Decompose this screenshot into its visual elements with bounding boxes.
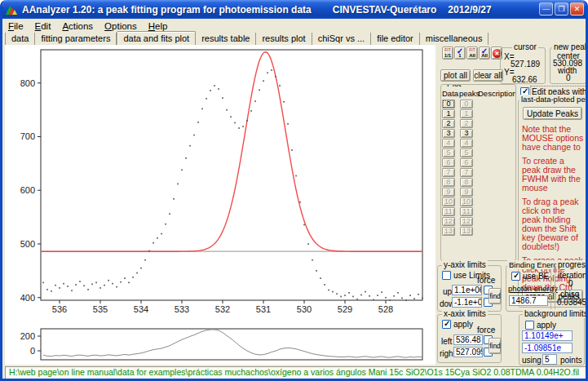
menu-help[interactable]: Help xyxy=(143,20,174,32)
plot-peaks-button-9[interactable]: 9 xyxy=(460,188,473,197)
window-title: AAnalyzer 1.20: a peak fitting program f… xyxy=(22,4,312,16)
background-points-field[interactable]: 5 xyxy=(542,354,557,365)
binding-energy-group: Binding Energy use BE photon energy 1486… xyxy=(506,265,551,312)
status-bar: H:\web page\on line manual\data for exam… xyxy=(5,366,588,380)
plot-peaks-button-5[interactable]: 5 xyxy=(460,148,473,157)
fit-1-1-button[interactable]: FIT1/1 xyxy=(442,47,453,60)
minimize-icon[interactable]: — xyxy=(539,2,553,16)
tab-results-table[interactable]: results table xyxy=(196,33,256,45)
plot-peaks-button-8[interactable]: 8 xyxy=(460,178,473,187)
plot-row: 00 xyxy=(442,99,478,109)
plot-row: 1313 xyxy=(442,226,478,236)
cursor-group: cursor X= 527.189 Y= 632.66 xyxy=(500,47,546,84)
plot-col-peaks: peaks xyxy=(459,89,480,98)
plot-peaks-button-2[interactable]: 2 xyxy=(460,119,473,128)
use-be-checkbox[interactable] xyxy=(511,272,520,281)
x-left-field[interactable]: 536.48 xyxy=(453,334,483,345)
plot-data-button-13[interactable]: 13 xyxy=(442,227,455,236)
plot-data-button-10[interactable]: 10 xyxy=(442,197,455,206)
mouse-help-note-2: To drag a peak click on the peak holding… xyxy=(522,197,584,251)
y-up-field[interactable]: 1.1e+06 xyxy=(452,285,482,295)
menu-actions[interactable]: Actions xyxy=(56,20,99,32)
new-peak-group: new peak center 530.098 width 0 xyxy=(550,47,586,84)
window-controls: — ❐ ✕ xyxy=(539,2,584,16)
titlebar: AAnalyzer 1.20: a peak fitting program f… xyxy=(0,0,588,19)
fit-check-1-button[interactable]: ✓1 xyxy=(454,47,466,60)
x-apply-label: apply xyxy=(453,320,473,329)
y-down-field[interactable]: -1.1e+06 xyxy=(452,297,482,308)
update-peaks-button[interactable]: Update Peaks xyxy=(523,107,582,120)
x-left-label: left xyxy=(441,337,452,346)
tab-data-and-fits-plot[interactable]: data and fits plot xyxy=(117,31,196,45)
x-find-button[interactable]: find xyxy=(489,338,502,354)
plot-data-button-4[interactable]: 4 xyxy=(442,139,455,148)
plot-rows: 001122334455667788991010111112121313 xyxy=(442,99,478,236)
clear-all-button[interactable]: clear all xyxy=(473,69,503,82)
plot-peaks-button-12[interactable]: 12 xyxy=(460,217,473,226)
tab-file-editor[interactable]: file editor xyxy=(371,33,420,45)
plot-peaks-button-13[interactable]: 13 xyxy=(460,227,473,236)
plot-all-button[interactable]: plot all xyxy=(440,69,471,82)
background-lower-field[interactable]: -1.09851e xyxy=(522,343,573,353)
last-data-ploted-peaks-label: last-data-ploted peaks xyxy=(519,95,588,104)
background-points-label: points xyxy=(560,356,582,365)
tab-chisqr-vs-[interactable]: chiSqr vs ... xyxy=(312,33,371,45)
plot-peaks-button-6[interactable]: 6 xyxy=(460,158,473,167)
plot-data-button-9[interactable]: 9 xyxy=(442,188,455,197)
x-right-field[interactable]: 527.095 xyxy=(453,347,483,357)
x-apply-checkbox[interactable] xyxy=(442,320,451,329)
plot-group-label: Plot xyxy=(445,84,462,88)
plot-data-button-12[interactable]: 12 xyxy=(442,217,455,226)
plot-peaks-button-11[interactable]: 11 xyxy=(460,207,473,216)
background-upper-field[interactable]: 1.10149e+ xyxy=(522,330,573,341)
tab-data[interactable]: data xyxy=(5,33,35,45)
background-apply-label: apply xyxy=(537,321,556,330)
plot-row: 33 xyxy=(442,128,478,138)
fit-check-all-button[interactable]: ✓All xyxy=(479,47,490,60)
plot-peaks-button-0[interactable]: 0 xyxy=(460,100,473,109)
tab-fitting-parameters[interactable]: fitting parameters xyxy=(35,33,117,45)
plot-row: 66 xyxy=(442,157,478,167)
y-find-button[interactable]: find xyxy=(489,288,502,304)
menu-file[interactable]: File xyxy=(2,20,29,32)
plot-peaks-button-4[interactable]: 4 xyxy=(460,139,473,148)
photon-energy-field[interactable]: 1486.7 xyxy=(509,295,548,306)
plot-peaks-button-1[interactable]: 1 xyxy=(460,109,473,118)
plot-row: 11 xyxy=(442,109,478,118)
plot-data-button-6[interactable]: 6 xyxy=(442,158,455,167)
fit-toolbar: FIT1/1✓1FITAll✓All✕ xyxy=(442,47,502,60)
maximize-icon[interactable]: ❐ xyxy=(555,2,568,16)
tab-results-plot[interactable]: results plot xyxy=(256,33,312,45)
close-icon[interactable]: ✕ xyxy=(570,2,584,16)
window-title-org: CINVESTAV-Querétaro xyxy=(333,4,437,16)
plot-data-button-8[interactable]: 8 xyxy=(442,178,455,187)
new-peak-group-label: new peak xyxy=(552,42,588,51)
iteration-value: 0 xyxy=(568,279,573,288)
plot-peaks-button-3[interactable]: 3 xyxy=(460,129,473,138)
use-limits-checkbox[interactable] xyxy=(442,271,451,280)
plot-row: 77 xyxy=(442,167,478,177)
menu-edit[interactable]: Edit xyxy=(29,20,57,32)
plot-data-button-7[interactable]: 7 xyxy=(442,168,455,177)
plot-data-button-1[interactable]: 1 xyxy=(442,109,455,118)
plot-row: 1212 xyxy=(442,216,478,226)
mouse-help-note-1: To create a peak draw the FWHM with the … xyxy=(522,157,584,193)
tab-miscellaneous[interactable]: miscellaneous xyxy=(420,33,489,45)
plot-data-button-11[interactable]: 11 xyxy=(442,207,455,216)
plot-data-button-3[interactable]: 3 xyxy=(442,129,455,138)
plot-row: 44 xyxy=(442,138,478,148)
plot-data-button-0[interactable]: 0 xyxy=(442,100,455,109)
plot-data-button-2[interactable]: 2 xyxy=(442,119,455,128)
menu-options[interactable]: Options xyxy=(99,20,143,32)
use-be-label: use BE xyxy=(523,272,549,281)
progress-group: progress iteration 0 chisq 0.03845 xyxy=(555,265,586,312)
plot-peaks-button-10[interactable]: 10 xyxy=(460,197,473,206)
plot-col-description: Description xyxy=(478,89,516,98)
plot-data-button-5[interactable]: 5 xyxy=(442,148,455,157)
plot-panel[interactable] xyxy=(5,45,435,365)
fit-label: FIT xyxy=(443,47,453,52)
plot-peaks-button-7[interactable]: 7 xyxy=(460,168,473,177)
fit-all-button[interactable]: FITAll xyxy=(466,47,478,60)
x-axis-limits-group: x-axix limits apply force left 536.48 ri… xyxy=(437,314,502,363)
background-apply-checkbox[interactable] xyxy=(525,321,534,330)
